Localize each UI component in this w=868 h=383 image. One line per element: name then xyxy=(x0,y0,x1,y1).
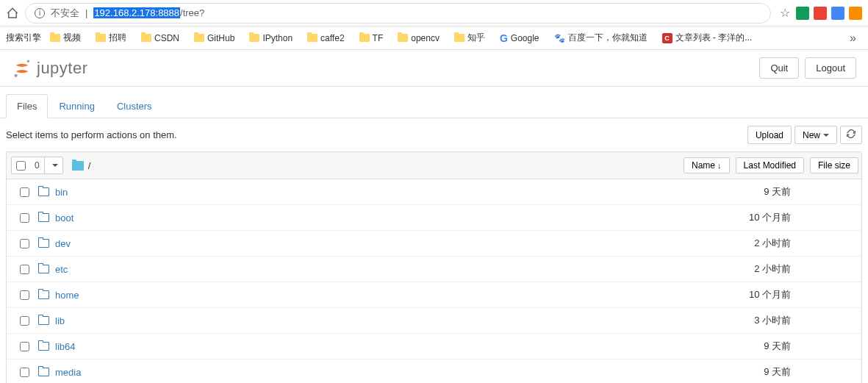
bookmark-label: 视频 xyxy=(63,32,81,44)
jupyter-header: jupyter Quit Logout xyxy=(0,50,868,87)
bookmark-folder[interactable]: 视频 xyxy=(44,29,87,47)
breadcrumb-folder-icon[interactable] xyxy=(72,161,84,171)
bookmark-folder[interactable]: opencv xyxy=(392,30,445,46)
main-tabs: Files Running Clusters xyxy=(0,94,868,118)
row-checkbox[interactable] xyxy=(20,187,29,197)
file-modified: 2 小时前 xyxy=(754,237,791,250)
file-row: bin 9 天前 xyxy=(7,179,861,205)
file-name-link[interactable]: boot xyxy=(55,212,73,223)
folder-icon xyxy=(38,187,49,196)
jupyter-logo-text: jupyter xyxy=(37,59,88,78)
file-modified: 10 个月前 xyxy=(749,288,791,301)
column-name[interactable]: Name xyxy=(684,157,730,173)
select-count: 0 xyxy=(30,160,44,171)
folder-icon xyxy=(38,213,49,222)
breadcrumb-root[interactable]: / xyxy=(88,160,91,171)
csdn-icon: C xyxy=(662,33,672,43)
folder-icon xyxy=(141,34,151,42)
row-checkbox[interactable] xyxy=(20,265,29,274)
folder-icon xyxy=(50,34,60,42)
home-icon[interactable] xyxy=(6,7,19,20)
row-checkbox[interactable] xyxy=(20,368,29,377)
bookmark-label: opencv xyxy=(411,33,440,43)
jupyter-logo[interactable]: jupyter xyxy=(12,58,88,79)
browser-bar: i 不安全 | 192.168.2.178:8888/tree? ☆ xyxy=(0,0,868,26)
extension-icon-3[interactable] xyxy=(831,7,844,20)
bookmark-folder[interactable]: GitHub xyxy=(188,30,240,46)
file-toolbar: Select items to perform actions on them.… xyxy=(0,118,868,151)
file-name-link[interactable]: home xyxy=(55,290,79,301)
bookmark-article[interactable]: C文章列表 - 李洋的... xyxy=(656,29,758,47)
bookmark-folder[interactable]: 知乎 xyxy=(448,29,491,47)
bookmark-folder[interactable]: TF xyxy=(354,30,390,46)
bookmark-google[interactable]: GGoogle xyxy=(494,29,545,47)
select-all-checkbox[interactable] xyxy=(16,161,26,171)
bookmark-folder[interactable]: 招聘 xyxy=(90,29,132,47)
tab-running[interactable]: Running xyxy=(48,94,105,118)
bookmark-label: GitHub xyxy=(207,33,234,43)
select-dropdown-caret[interactable] xyxy=(44,157,62,173)
bookmark-folder[interactable]: CSDN xyxy=(135,30,185,46)
folder-icon xyxy=(194,34,204,42)
folder-icon xyxy=(38,290,49,299)
row-checkbox[interactable] xyxy=(20,239,29,248)
instruction-text: Select items to perform actions on them. xyxy=(6,129,177,140)
row-checkbox[interactable] xyxy=(20,213,29,223)
file-row: dev 2 小时前 xyxy=(7,231,861,257)
column-size[interactable]: File size xyxy=(810,157,858,173)
file-row: home 10 个月前 xyxy=(7,282,861,308)
file-name-link[interactable]: dev xyxy=(55,238,71,249)
new-dropdown[interactable]: New xyxy=(795,126,837,144)
folder-icon xyxy=(38,239,49,248)
folder-icon xyxy=(96,34,106,42)
bookmark-star-icon[interactable]: ☆ xyxy=(780,6,790,20)
bookmark-folder[interactable]: caffe2 xyxy=(301,30,350,46)
row-checkbox[interactable] xyxy=(20,316,29,326)
tab-files[interactable]: Files xyxy=(6,94,48,118)
svg-point-1 xyxy=(15,74,18,76)
jupyter-logo-icon xyxy=(12,58,32,79)
extension-icons xyxy=(796,7,862,20)
file-modified: 2 小时前 xyxy=(754,262,791,276)
bookmark-label: 知乎 xyxy=(467,32,485,44)
bookmark-label: 文章列表 - 李洋的... xyxy=(675,32,753,44)
folder-icon xyxy=(38,265,49,273)
toolbar-right: Upload New xyxy=(747,126,862,144)
upload-button[interactable]: Upload xyxy=(747,126,792,144)
tab-clusters[interactable]: Clusters xyxy=(106,94,163,118)
file-list-header: 0 / Name Last Modified File size xyxy=(7,152,861,179)
bookmark-label: IPython xyxy=(262,33,293,43)
bookmark-label: CSDN xyxy=(154,33,179,43)
url-selected: 192.168.2.178:8888 xyxy=(93,7,180,18)
bookmarks-overflow-icon[interactable]: » xyxy=(844,32,862,45)
file-name-link[interactable]: media xyxy=(55,367,81,378)
file-modified: 3 小时前 xyxy=(754,314,791,327)
extension-icon-2[interactable] xyxy=(814,7,827,20)
url-bar[interactable]: i 不安全 | 192.168.2.178:8888/tree? xyxy=(25,3,771,24)
file-name-link[interactable]: bin xyxy=(55,187,68,198)
file-name-link[interactable]: etc xyxy=(55,264,68,275)
logout-button[interactable]: Logout xyxy=(805,57,856,79)
file-name-link[interactable]: lib64 xyxy=(55,341,75,352)
bookmark-label: Google xyxy=(511,33,539,43)
refresh-icon xyxy=(847,129,856,138)
file-row: boot 10 个月前 xyxy=(7,205,861,231)
row-checkbox[interactable] xyxy=(20,342,29,351)
select-all-group[interactable]: 0 xyxy=(11,157,63,174)
file-modified: 9 天前 xyxy=(764,185,791,198)
bookmark-baidu[interactable]: 🐾百度一下，你就知道 xyxy=(548,29,653,47)
quit-button[interactable]: Quit xyxy=(759,57,799,79)
info-icon[interactable]: i xyxy=(35,8,45,18)
row-checkbox[interactable] xyxy=(20,290,29,300)
extension-icon-1[interactable] xyxy=(796,7,809,20)
file-name-link[interactable]: lib xyxy=(55,315,65,326)
folder-icon xyxy=(359,34,370,42)
folder-icon xyxy=(38,342,49,351)
bookmarks-label: 搜索引擎 xyxy=(6,32,41,44)
refresh-button[interactable] xyxy=(840,126,862,144)
bookmark-folder[interactable]: IPython xyxy=(243,30,298,46)
file-modified: 9 天前 xyxy=(764,340,791,353)
column-modified[interactable]: Last Modified xyxy=(736,157,804,173)
extension-icon-4[interactable] xyxy=(849,7,862,20)
bookmark-label: 招聘 xyxy=(109,32,126,44)
